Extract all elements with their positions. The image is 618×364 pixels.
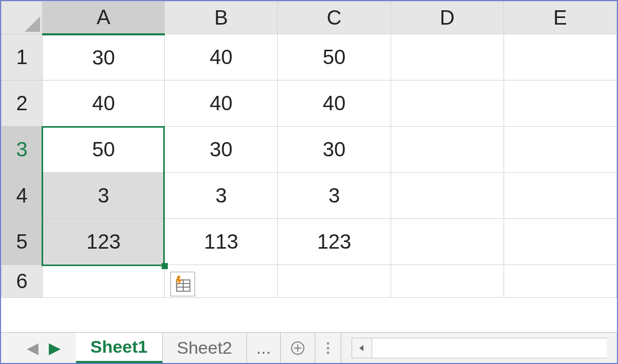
new-sheet-button[interactable] — [281, 333, 315, 363]
triangle-left-icon — [358, 345, 365, 352]
cell-D4[interactable] — [391, 173, 504, 219]
svg-marker-0 — [25, 16, 40, 32]
row-header-6[interactable]: 6 — [2, 265, 43, 298]
cell-B5[interactable]: 113 — [165, 219, 278, 265]
sheet-nav-prev-icon[interactable]: ◀ — [27, 339, 38, 357]
cell-E1[interactable] — [504, 34, 616, 80]
tab-bar-drag-handle[interactable] — [315, 333, 341, 363]
plus-circle-icon — [290, 340, 305, 356]
cell-D1[interactable] — [391, 34, 504, 80]
cell-C2[interactable]: 40 — [278, 80, 391, 127]
svg-point-9 — [326, 342, 329, 345]
cell-A1[interactable]: 30 — [43, 34, 165, 80]
row-header-2[interactable]: 2 — [2, 80, 43, 127]
cell-E5[interactable] — [504, 219, 616, 265]
sheet-nav: ◀ ▶ — [1, 333, 76, 363]
col-header-B[interactable]: B — [165, 2, 278, 34]
cell-E4[interactable] — [504, 173, 616, 219]
row-header-3[interactable]: 3 — [2, 127, 43, 173]
col-header-C[interactable]: C — [278, 2, 391, 34]
col-header-E[interactable]: E — [504, 2, 616, 34]
cell-C4[interactable]: 3 — [278, 173, 391, 219]
cell-C6[interactable] — [278, 265, 391, 298]
cell-C3[interactable]: 30 — [278, 127, 391, 173]
svg-marker-12 — [359, 345, 363, 351]
sheet-tab-sheet2[interactable]: Sheet2 — [163, 333, 247, 363]
cell-B1[interactable]: 40 — [165, 34, 278, 80]
select-all-corner[interactable] — [2, 2, 43, 34]
sheet-tab-sheet1[interactable]: Sheet1 — [76, 333, 163, 363]
cell-E3[interactable] — [504, 127, 616, 173]
sheet-nav-next-icon[interactable]: ▶ — [49, 339, 61, 357]
col-header-D[interactable]: D — [391, 2, 504, 34]
selection-fill-handle[interactable] — [162, 263, 168, 269]
hscroll-track[interactable] — [372, 338, 607, 358]
select-all-triangle-icon — [25, 16, 40, 32]
cell-E2[interactable] — [504, 80, 616, 127]
row-header-1[interactable]: 1 — [2, 34, 43, 80]
horizontal-scrollbar[interactable] — [341, 333, 617, 363]
cell-E6[interactable] — [504, 265, 616, 298]
svg-point-10 — [326, 347, 329, 349]
dots-vertical-icon — [324, 340, 332, 356]
hscroll-left-button[interactable] — [352, 338, 372, 358]
svg-point-11 — [326, 351, 329, 354]
cell-D2[interactable] — [391, 80, 504, 127]
cell-B4[interactable]: 3 — [165, 173, 278, 219]
row-header-4[interactable]: 4 — [2, 173, 43, 219]
cell-A3[interactable]: 50 — [43, 127, 165, 173]
col-header-A[interactable]: A — [43, 2, 165, 34]
cell-B3[interactable]: 30 — [165, 127, 278, 173]
cell-C5[interactable]: 123 — [278, 219, 391, 265]
cell-D5[interactable] — [391, 219, 504, 265]
cell-B2[interactable]: 40 — [165, 80, 278, 127]
cell-C1[interactable]: 50 — [278, 34, 391, 80]
cell-A2[interactable]: 40 — [43, 80, 165, 127]
sheet-tab-bar: ◀ ▶ Sheet1 Sheet2 ... — [1, 332, 617, 363]
cell-D3[interactable] — [391, 127, 504, 173]
cell-D6[interactable] — [391, 265, 504, 298]
sheet-tabs-more[interactable]: ... — [247, 333, 280, 363]
cell-A5[interactable]: 123 — [43, 219, 165, 265]
quick-analysis-button[interactable] — [170, 272, 195, 296]
row-header-5[interactable]: 5 — [2, 219, 43, 265]
spreadsheet-grid[interactable]: A B C D E 1 30 40 50 2 40 40 40 3 50 30 … — [1, 1, 617, 332]
cell-A4[interactable]: 3 — [43, 173, 165, 219]
quick-analysis-icon — [173, 275, 192, 293]
cell-A6[interactable] — [43, 265, 165, 298]
